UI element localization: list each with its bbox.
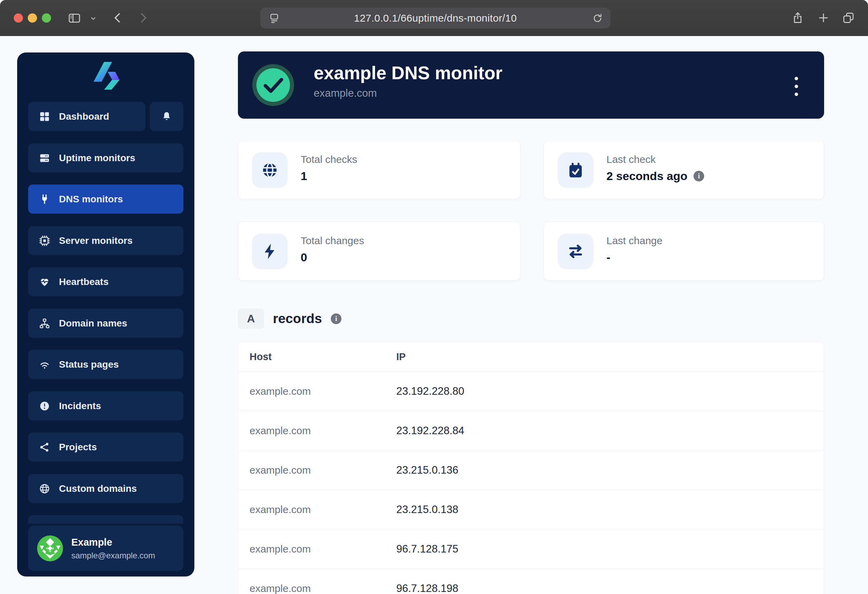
sidebar-item-label: Domain names [59, 318, 127, 329]
dashboard-grid-icon [38, 111, 51, 123]
plug-icon [38, 193, 51, 205]
sidebar-item-label: Server monitors [59, 235, 133, 246]
table-row: example.com 23.192.228.80 [238, 372, 824, 411]
sidebar-item-server-monitors[interactable]: Server monitors [28, 226, 183, 255]
sidebar-item-label: DNS monitors [59, 194, 123, 205]
sidebar-item-incidents[interactable]: Incidents [28, 391, 183, 420]
sidebar-toggle-icon[interactable] [68, 11, 81, 25]
arrows-right-left-icon [558, 233, 593, 269]
globe-icon [252, 152, 288, 188]
stat-label: Total changes [301, 235, 364, 247]
tab-overview-icon[interactable] [842, 11, 855, 24]
sidebar-item-label: Projects [59, 442, 97, 453]
alert-circle-icon [38, 400, 51, 412]
column-header-host: Host [249, 351, 272, 362]
sidebar-item-domain-names[interactable]: Domain names [28, 309, 183, 338]
url-field[interactable]: 127.0.0.1/66uptime/dns-monitor/10 [260, 7, 611, 28]
sidebar-item-label: Uptime monitors [59, 153, 135, 164]
table-row: example.com 23.215.0.136 [238, 451, 824, 490]
sidebar-item-heartbeats[interactable]: Heartbeats [28, 267, 183, 296]
more-options-button[interactable] [793, 75, 800, 98]
a-records-table: Host IP example.com 23.192.228.80 exampl… [238, 342, 824, 594]
host-cell: example.com [249, 583, 311, 594]
share-icon[interactable] [791, 11, 804, 24]
ip-cell: 23.215.0.138 [396, 504, 458, 516]
close-window-button[interactable] [14, 13, 23, 23]
sidebar-item-label: Incidents [59, 400, 101, 412]
column-header-ip: IP [396, 351, 406, 362]
table-row: example.com 96.7.128.198 [238, 569, 824, 594]
table-row: example.com 23.215.0.138 [238, 490, 824, 529]
minimize-window-button[interactable] [28, 13, 37, 23]
notifications-button[interactable] [150, 102, 183, 131]
server-stack-icon [38, 152, 51, 164]
sidebar-item-uptime-monitors[interactable]: Uptime monitors [28, 143, 183, 173]
host-cell: example.com [249, 425, 311, 437]
sidebar-item-label: Dashboard [59, 111, 109, 122]
ip-cell: 96.7.128.175 [396, 543, 458, 555]
ip-cell: 23.215.0.136 [396, 464, 458, 476]
monitor-hostname: example.com [314, 87, 377, 99]
sidebar-item-label: Custom domains [59, 483, 137, 494]
back-button[interactable] [111, 11, 124, 24]
ip-cell: 23.192.228.84 [396, 425, 464, 437]
info-icon[interactable] [694, 171, 704, 182]
heart-pulse-icon [38, 276, 51, 288]
sidebar-item-dns-monitors[interactable]: DNS monitors [28, 185, 183, 214]
page-title: example DNS monitor [314, 62, 503, 83]
avatar [37, 535, 63, 561]
host-cell: example.com [249, 464, 311, 476]
reload-icon[interactable] [592, 13, 603, 24]
share-nodes-icon [38, 441, 51, 454]
sidebar: Dashboard Uptime monitors [17, 52, 194, 576]
stat-card-last-check: Last check 2 seconds ago [544, 140, 824, 199]
stat-card-total-changes: Total changes 0 [238, 222, 520, 281]
ip-cell: 96.7.128.198 [396, 582, 458, 594]
info-icon[interactable] [331, 313, 341, 324]
sidebar-item-custom-domains[interactable]: Custom domains [28, 474, 183, 503]
sidebar-item-status-pages[interactable]: Status pages [28, 350, 183, 379]
host-cell: example.com [249, 504, 311, 516]
sitemap-icon [38, 317, 51, 330]
sidebar-item-label: Heartbeats [59, 276, 109, 287]
ip-cell: 23.192.228.80 [396, 385, 464, 397]
stat-value: 2 seconds ago [607, 169, 687, 183]
stat-label: Last check [607, 154, 655, 165]
forward-button[interactable] [136, 11, 149, 24]
new-tab-icon[interactable] [817, 12, 830, 24]
bell-icon [161, 111, 173, 123]
stat-value: - [607, 251, 610, 264]
table-header-row: Host IP [238, 342, 824, 372]
zoom-window-button[interactable] [42, 13, 51, 23]
host-cell: example.com [249, 386, 311, 397]
stat-value: 0 [301, 251, 307, 264]
host-cell: example.com [249, 543, 311, 555]
calendar-check-icon [558, 152, 593, 188]
monitor-header-card: example DNS monitor example.com [238, 52, 824, 119]
sidebar-item-partial [28, 515, 183, 524]
cpu-chip-icon [38, 235, 51, 247]
status-check-icon [252, 64, 294, 107]
sidebar-item-dashboard[interactable]: Dashboard [28, 102, 145, 131]
stat-card-last-change: Last change - [544, 222, 824, 281]
browser-toolbar: 127.0.0.1/66uptime/dns-monitor/10 [0, 0, 868, 36]
user-profile[interactable]: Example sample@example.com [28, 526, 183, 571]
sidebar-item-label: Status pages [59, 359, 119, 370]
user-name: Example [71, 537, 155, 548]
stat-label: Last change [607, 235, 662, 247]
wifi-icon [38, 358, 51, 371]
url-text: 127.0.0.1/66uptime/dns-monitor/10 [260, 12, 611, 24]
chevron-down-icon[interactable] [90, 15, 97, 22]
table-row: example.com 96.7.128.175 [238, 529, 824, 569]
stat-value: 1 [301, 169, 307, 183]
globe-icon [38, 483, 51, 495]
records-section-header: A records [238, 309, 341, 328]
table-row: example.com 23.192.228.84 [238, 411, 824, 451]
stat-label: Total checks [301, 154, 357, 165]
user-email: sample@example.com [71, 551, 155, 560]
stat-card-total-checks: Total checks 1 [238, 140, 520, 199]
record-type-badge: A [238, 309, 264, 328]
records-title: records [273, 311, 322, 326]
page-background: Dashboard Uptime monitors [0, 36, 868, 594]
sidebar-item-projects[interactable]: Projects [28, 433, 183, 462]
